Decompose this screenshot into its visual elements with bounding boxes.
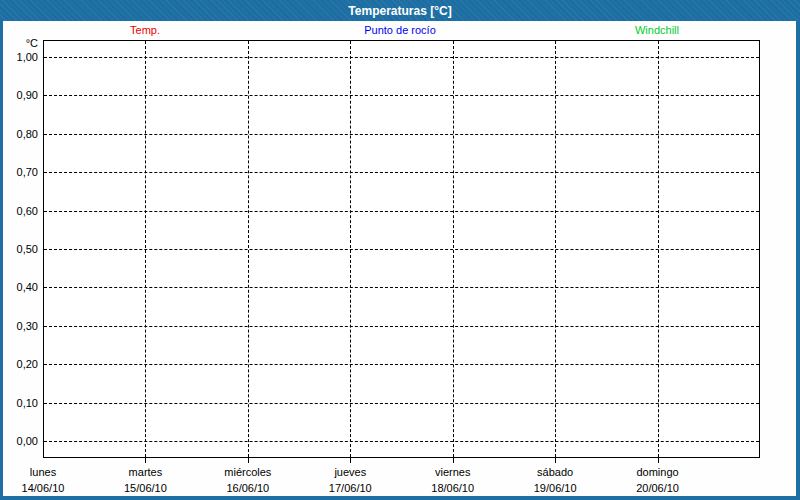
- x-axis-tick: [453, 458, 454, 463]
- y-tick-label: 0,50: [3, 242, 38, 256]
- x-axis-tick: [248, 458, 249, 463]
- y-tick-label: 0,10: [3, 396, 38, 410]
- x-day-label: miércoles: [198, 466, 298, 479]
- x-day-label: sábado: [505, 466, 605, 479]
- y-tick-label: 0,20: [3, 357, 38, 371]
- y-tick-label: 0,60: [3, 204, 38, 218]
- gridline-vertical: [145, 41, 146, 457]
- x-day-label: domingo: [608, 466, 708, 479]
- x-date-label: 14/06/10: [0, 482, 93, 495]
- gridline-vertical: [350, 41, 351, 457]
- y-axis-unit-label: °C: [3, 37, 38, 50]
- x-date-label: 17/06/10: [300, 482, 400, 495]
- gridline-vertical: [658, 41, 659, 457]
- y-tick-label: 0,70: [3, 165, 38, 179]
- chart-canvas: Temp.Punto de rocíoWindchill °C 1,000,90…: [3, 21, 796, 496]
- x-day-label: lunes: [0, 466, 93, 479]
- x-axis-tick: [555, 458, 556, 463]
- y-tick-label: 0,40: [3, 280, 38, 294]
- gridline-vertical: [555, 41, 556, 457]
- x-date-label: 19/06/10: [505, 482, 605, 495]
- y-tick-label: 0,80: [3, 127, 38, 141]
- gridline-horizontal: [44, 403, 759, 404]
- gridline-horizontal: [44, 211, 759, 212]
- gridline-horizontal: [44, 287, 759, 288]
- legend-item-0: Temp.: [130, 24, 160, 36]
- gridline-horizontal: [44, 95, 759, 96]
- y-tick-label: 0,90: [3, 88, 38, 102]
- gridline-vertical: [248, 41, 249, 457]
- gridline-horizontal: [44, 326, 759, 327]
- chart-title: Temperaturas [°C]: [0, 0, 800, 21]
- x-date-label: 15/06/10: [95, 482, 195, 495]
- x-date-label: 20/06/10: [608, 482, 708, 495]
- gridline-horizontal: [44, 249, 759, 250]
- x-date-label: 18/06/10: [403, 482, 503, 495]
- y-tick-label: 0,30: [3, 319, 38, 333]
- x-axis-tick: [658, 458, 659, 463]
- gridline-horizontal: [44, 57, 759, 58]
- weather-chart-window: Temperaturas [°C] Temp.Punto de rocíoWin…: [0, 0, 800, 500]
- plot-area: [43, 40, 760, 458]
- gridline-horizontal: [44, 172, 759, 173]
- gridline-horizontal: [44, 364, 759, 365]
- x-date-label: 16/06/10: [198, 482, 298, 495]
- gridline-horizontal: [44, 441, 759, 442]
- x-day-label: martes: [95, 466, 195, 479]
- y-tick-label: 0,00: [3, 434, 38, 448]
- x-axis-tick: [350, 458, 351, 463]
- gridline-horizontal: [44, 134, 759, 135]
- legend-item-1: Punto de rocío: [364, 24, 436, 36]
- x-axis-tick: [145, 458, 146, 463]
- y-tick-label: 1,00: [3, 50, 38, 64]
- legend-item-2: Windchill: [635, 24, 679, 36]
- x-day-label: viernes: [403, 466, 503, 479]
- gridline-vertical: [453, 41, 454, 457]
- x-day-label: jueves: [300, 466, 400, 479]
